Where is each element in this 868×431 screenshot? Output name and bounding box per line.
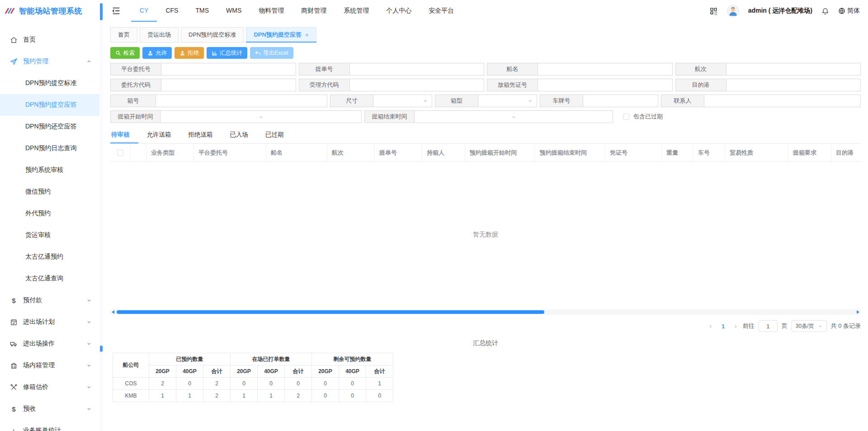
collapse-sidebar-icon[interactable] <box>111 6 121 16</box>
summary-stats-button[interactable]: 汇总统计 <box>207 47 247 59</box>
sidebar-item-yard-ctn[interactable]: 场内箱管理 <box>0 355 99 376</box>
sidebar-item-gate-ops[interactable]: 进出场操作 <box>0 333 99 355</box>
nav-item-security[interactable]: 安全平台 <box>420 0 462 22</box>
sidebar-scrollbar[interactable] <box>99 0 103 431</box>
avatar[interactable] <box>727 5 739 17</box>
sidebar-item-bill-stats[interactable]: 业务账单统计 <box>0 420 99 431</box>
next-page-button[interactable]: › <box>733 322 739 330</box>
sidebar-menu: 首页 预约管理 DPN预约提空标准 DPN预约提空应答 DPN预约还空应答 DP… <box>0 22 99 431</box>
stamp-icon <box>147 50 153 56</box>
language-switch[interactable]: 简体 <box>838 7 860 15</box>
size-select[interactable] <box>373 95 432 107</box>
chevron-down-icon <box>87 298 91 303</box>
tab-allowed[interactable]: 允许送箱 <box>138 127 180 143</box>
sidebar-subitem-dpn-standard[interactable]: DPN预约提空标准 <box>0 72 99 94</box>
scroll-left-icon[interactable] <box>112 310 114 314</box>
tab-entered[interactable]: 已入场 <box>222 127 257 143</box>
bl-no-input[interactable] <box>350 63 484 75</box>
page-size-select[interactable]: 30条/页 <box>792 320 827 332</box>
sidebar-item-home[interactable]: 首页 <box>0 29 99 51</box>
tab-home[interactable]: 首页 <box>110 27 137 43</box>
search-button[interactable]: 检索 <box>110 47 140 59</box>
col-dest-port: 目的港 <box>831 144 861 161</box>
sidebar-item-booking[interactable]: 预约管理 <box>0 51 99 72</box>
nav-item-personal[interactable]: 个人中心 <box>377 0 420 22</box>
goto-page-input[interactable] <box>759 320 778 332</box>
sidebar-scrollbar-thumb[interactable] <box>100 3 103 20</box>
vessel-input[interactable] <box>538 63 672 75</box>
sidebar-item-precollect[interactable]: $ 预收 <box>0 398 99 420</box>
bar-chart-icon <box>10 427 18 431</box>
sidebar-item-prepay[interactable]: $ 预付款 <box>0 289 99 311</box>
tab-freight-out[interactable]: 货运出场 <box>140 27 179 43</box>
chevron-down-icon <box>87 385 91 389</box>
tab-pending[interactable]: 待审核 <box>110 127 138 143</box>
select-all-checkbox[interactable] <box>117 150 123 156</box>
sidebar-subitem-wechat[interactable]: 微信预约 <box>0 181 99 203</box>
sidebar-subitem-taikoo-query[interactable]: 太古亿通查询 <box>0 268 99 289</box>
platform-no-input[interactable] <box>161 63 296 75</box>
col-vessel: 船名 <box>266 144 327 161</box>
nav-item-system[interactable]: 系统管理 <box>335 0 377 22</box>
sidebar-subitem-dpn-pickup-reply[interactable]: DPN预约提空应答 <box>0 94 99 116</box>
handler-code-input[interactable] <box>350 79 484 91</box>
scroll-right-icon[interactable] <box>857 310 859 314</box>
tab-rejected[interactable]: 拒绝送箱 <box>180 127 222 143</box>
col-platform-no: 平台委托号 <box>194 144 266 161</box>
tools-icon <box>10 384 18 391</box>
horizontal-scrollbar[interactable] <box>110 309 861 315</box>
sidebar-subitem-booking-audit[interactable]: 预约系统审核 <box>0 159 99 181</box>
allow-button[interactable]: 允许 <box>142 47 172 59</box>
page-number-button[interactable]: 1 <box>718 323 729 330</box>
include-expired-checkbox[interactable]: 包含已过期 <box>623 110 663 123</box>
reject-button[interactable]: 拒绝 <box>175 47 204 59</box>
tab-dpn-standard[interactable]: DPN预约提空标准 <box>181 27 244 43</box>
pickup-end-range-input[interactable]: ~ <box>415 111 613 123</box>
nav-item-wms[interactable]: WMS <box>217 0 250 22</box>
nav-item-cfs[interactable]: CFS <box>157 0 187 22</box>
sidebar-subitem-agent[interactable]: 外代预约 <box>0 203 99 224</box>
contact-input[interactable] <box>704 95 860 107</box>
ctn-no-input[interactable] <box>156 95 327 107</box>
notification-bell-icon[interactable] <box>821 7 829 15</box>
sidebar-subitem-dpn-return-reply[interactable]: DPN预约还空应答 <box>0 116 99 137</box>
filter-dest-port: 目的港 <box>675 79 861 91</box>
sidebar-item-gate-plan[interactable]: 进出场计划 <box>0 311 99 333</box>
filter-row-4: 提箱开始时间 ~ 提箱结束时间 ~ 包含已过期 <box>110 110 861 123</box>
sidebar-item-repair[interactable]: 修箱估价 <box>0 376 99 398</box>
user-name[interactable]: admin ( 远洋仓配堆场) <box>748 7 812 15</box>
export-excel-button[interactable]: 导出Excel <box>250 47 293 59</box>
tab-expired[interactable]: 已过期 <box>257 127 292 143</box>
ctn-type-select[interactable] <box>478 95 537 107</box>
plate-no-input[interactable] <box>583 95 658 107</box>
voyage-input[interactable] <box>726 63 861 75</box>
sidebar-subitem-dpn-log[interactable]: DPN预约日志查询 <box>0 137 99 159</box>
col-weight: 重量 <box>662 144 693 161</box>
dest-port-input[interactable] <box>726 79 861 91</box>
horizontal-scrollbar-thumb[interactable] <box>117 310 544 314</box>
nav-item-material[interactable]: 物料管理 <box>250 0 292 22</box>
sidebar-subitem-freight-audit[interactable]: 货运审核 <box>0 224 99 246</box>
close-tab-icon[interactable]: × <box>305 32 309 38</box>
release-no-input[interactable] <box>538 79 672 91</box>
nav-item-cy[interactable]: CY <box>131 0 157 22</box>
summary-group-remaining: 剩余可预约数量 <box>312 353 393 365</box>
search-icon <box>115 50 121 56</box>
stamp-icon <box>179 50 185 56</box>
app-root: 智能场站管理系统 首页 预约管理 DPN预约提空标准 DPN预约提空应答 <box>0 0 868 431</box>
nav-item-tms[interactable]: TMS <box>187 0 217 22</box>
summary-table: 船公司 已预约数量 在场已打单数量 剩余可预约数量 20GP 40GP 合计 2… <box>113 353 393 402</box>
filter-handler-code: 受理方代码 <box>299 79 485 91</box>
sidebar-subitem-taikoo-booking[interactable]: 太古亿通预约 <box>0 246 99 268</box>
tab-dpn-pickup-reply[interactable]: DPN预约提空应答 × <box>246 27 316 43</box>
app-logo: 智能场站管理系统 <box>0 0 99 22</box>
nav-item-finance[interactable]: 商财管理 <box>292 0 335 22</box>
prev-page-button[interactable]: ‹ <box>708 322 713 330</box>
sidebar-scrollbar-thumb-bottom[interactable] <box>100 346 103 352</box>
pickup-start-range-input[interactable]: ~ <box>160 111 361 123</box>
client-code-input[interactable] <box>161 79 296 91</box>
checkbox-icon[interactable] <box>623 114 629 120</box>
qr-code-icon[interactable] <box>709 7 718 15</box>
col-pickup-end: 预约提箱结束时间 <box>535 144 605 161</box>
dollar-icon: $ <box>10 297 18 304</box>
